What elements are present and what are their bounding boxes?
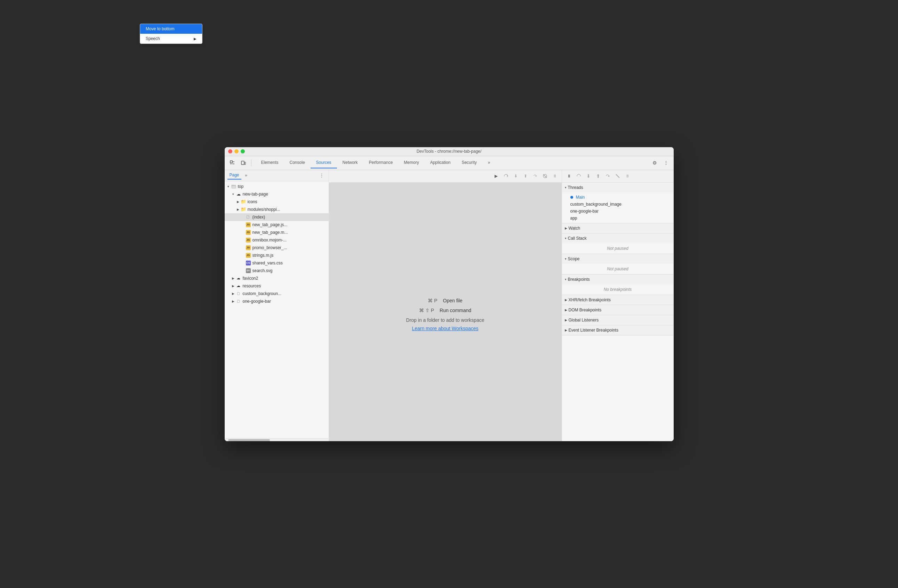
tree-item-index[interactable]: ▶ 🗋 (index) [224, 213, 329, 221]
tree-item-one-google-bar[interactable]: ▶ 🗋 one-google-bar [224, 297, 329, 305]
svg-rect-0 [230, 161, 232, 163]
customize-icon[interactable]: ⋮ [661, 158, 671, 168]
tree-item-new-tab-m[interactable]: ▶ JS new_tab_page.m... [224, 229, 329, 236]
js-icon-new-tab: JS [246, 222, 251, 228]
cloud-icon-favicon2: ☁ [236, 276, 241, 281]
tree-label-resources: resources [243, 283, 261, 288]
step-out-btn[interactable]: ⬆ [594, 172, 602, 180]
tree-label-omnibox: omnibox.mojom-... [252, 238, 287, 243]
sidebar-more-button[interactable]: » [243, 172, 250, 179]
tree-label-top: top [238, 184, 244, 189]
sidebar-actions: ⋮ [318, 171, 326, 180]
tree-arrow-custom-bg: ▶ [231, 291, 236, 296]
step-over-btn[interactable] [575, 172, 583, 180]
main-toolbar: Elements Console Sources Network Perform… [224, 156, 674, 170]
tab-security[interactable]: Security [456, 157, 482, 168]
tab-performance[interactable]: Performance [363, 157, 398, 168]
thread-custom-bg[interactable]: custom_background_image [562, 201, 674, 208]
dom-section: ▶ DOM Breakpoints [562, 305, 674, 315]
tree-arrow-modules: ▶ [236, 207, 241, 212]
thread-app[interactable]: app [562, 215, 674, 222]
sidebar: Page » ⋮ ▾ top [224, 170, 329, 441]
sidebar-scrollbar[interactable] [224, 439, 329, 441]
tree-item-promo[interactable]: ▶ JS promo_browser_... [224, 244, 329, 252]
minimize-button[interactable] [234, 149, 238, 154]
step-into-btn[interactable]: ⬇ [584, 172, 593, 180]
folder-icon-top [231, 184, 237, 189]
tree-arrow-favicon2: ▶ [231, 276, 236, 281]
watch-arrow: ▶ [565, 226, 567, 230]
tab-network[interactable]: Network [337, 157, 363, 168]
svg-icon-search: SV [246, 268, 251, 274]
step-over-icon[interactable] [502, 172, 510, 180]
tab-sources[interactable]: Sources [311, 157, 337, 168]
more-tabs-button[interactable]: » [482, 157, 496, 168]
sidebar-scrollbar-thumb [228, 439, 270, 441]
tree-item-new-tab-page[interactable]: ▾ ☁ new-tab-page [224, 190, 329, 198]
tree-label-index: (index) [252, 215, 265, 220]
tab-memory[interactable]: Memory [398, 157, 424, 168]
tree-arrow-top: ▾ [226, 184, 231, 189]
dom-header[interactable]: ▶ DOM Breakpoints [562, 305, 674, 315]
svg-rect-5 [244, 162, 246, 165]
tab-console[interactable]: Console [284, 157, 311, 168]
tree-item-omnibox[interactable]: ▶ JS omnibox.mojom-... [224, 236, 329, 244]
toolbar-right: ⚙ ⋮ [647, 158, 674, 168]
xhr-arrow: ▶ [565, 298, 567, 302]
pause-exceptions-btn[interactable]: ⏸ [623, 172, 632, 180]
maximize-button[interactable] [241, 149, 245, 154]
pause-on-exceptions-icon[interactable]: ⏸ [550, 172, 559, 180]
step-icon[interactable]: ↷ [531, 172, 540, 180]
pause-resume-btn[interactable]: ⏸ [565, 172, 573, 180]
threads-header[interactable]: ▾ Threads [562, 183, 674, 192]
xhr-header[interactable]: ▶ XHR/fetch Breakpoints [562, 295, 674, 305]
play-icon[interactable]: ▶ [492, 172, 500, 180]
deactivate-breakpoints-icon[interactable] [541, 172, 549, 180]
tree-item-resources[interactable]: ▶ ☁ resources [224, 282, 329, 290]
breakpoints-header[interactable]: ▾ Breakpoints [562, 274, 674, 284]
inspect-icon[interactable] [228, 158, 237, 168]
tree-item-search-svg[interactable]: ▶ SV search.svg [224, 267, 329, 274]
learn-workspaces-link[interactable]: Learn more about Workspaces [406, 326, 484, 331]
device-toggle-icon[interactable] [238, 158, 248, 168]
step-out-icon[interactable]: ⬆ [521, 172, 530, 180]
scope-label: Scope [568, 256, 580, 261]
tab-application[interactable]: Application [424, 157, 456, 168]
tree-item-shared-vars[interactable]: ▶ CS shared_vars.css [224, 259, 329, 267]
scope-header[interactable]: ▾ Scope [562, 254, 674, 264]
thread-one-google[interactable]: one-google-bar [562, 208, 674, 215]
tree-item-modules-shopping[interactable]: ▶ 📁 modules/shoppi... [224, 206, 329, 213]
main-thread-label: Main [576, 195, 585, 200]
tab-bar: Elements Console Sources Network Perform… [255, 157, 647, 168]
tab-elements[interactable]: Elements [255, 157, 284, 168]
tree-item-favicon2[interactable]: ▶ ☁ favicon2 [224, 274, 329, 282]
tree-item-strings[interactable]: ▶ JS strings.m.js [224, 252, 329, 259]
cloud-icon-resources: ☁ [236, 283, 241, 289]
js-icon-new-tab-m: JS [246, 229, 251, 235]
tree-arrow-one-google-bar: ▶ [231, 299, 236, 304]
step-into-icon[interactable]: ⬇ [512, 172, 520, 180]
global-listeners-label: Global Listeners [569, 318, 599, 323]
js-icon-promo: JS [246, 245, 251, 251]
tree-item-top[interactable]: ▾ top [224, 183, 329, 190]
close-button[interactable] [228, 149, 232, 154]
settings-icon[interactable]: ⚙ [650, 158, 660, 168]
call-stack-header[interactable]: ▾ Call Stack [562, 234, 674, 243]
tree-item-icons[interactable]: ▶ 📁 icons [224, 198, 329, 206]
page-icon-custom-bg: 🗋 [236, 291, 241, 296]
tree-label-new-tab-m: new_tab_page.m... [252, 230, 288, 235]
tree-item-new-tab-js[interactable]: ▶ JS new_tab_page.js... [224, 221, 329, 229]
tree-label-search: search.svg [252, 268, 273, 273]
tree-label-new-tab-page: new-tab-page [243, 192, 268, 197]
global-listeners-header[interactable]: ▶ Global Listeners [562, 315, 674, 325]
step-btn[interactable]: ↷ [604, 172, 612, 180]
threads-section: ▾ Threads Main custom_background_image o… [562, 183, 674, 223]
call-stack-empty: Not paused [562, 243, 674, 254]
sidebar-action-btn[interactable]: ⋮ [318, 171, 326, 180]
watch-header[interactable]: ▶ Watch [562, 223, 674, 233]
tree-item-custom-bg[interactable]: ▶ 🗋 custom_backgroun... [224, 290, 329, 297]
event-listener-header[interactable]: ▶ Event Listener Breakpoints [562, 325, 674, 335]
sidebar-page-tab[interactable]: Page [228, 171, 241, 180]
thread-main[interactable]: Main [562, 194, 674, 201]
deactivate-btn[interactable] [614, 172, 622, 180]
